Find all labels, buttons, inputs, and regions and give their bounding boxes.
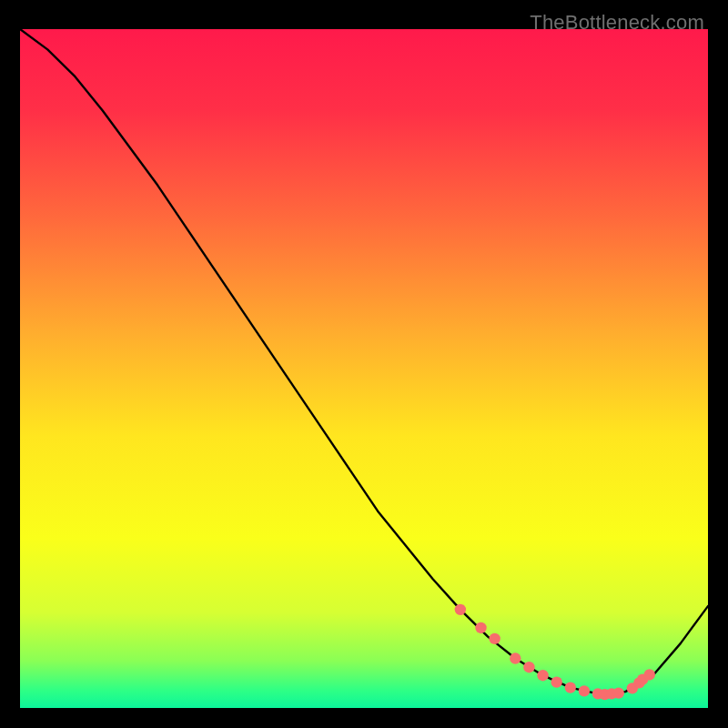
data-point bbox=[565, 682, 576, 693]
data-point bbox=[613, 687, 624, 698]
data-point bbox=[644, 669, 655, 680]
data-point bbox=[455, 604, 466, 615]
data-point bbox=[551, 676, 561, 687]
data-point bbox=[537, 670, 548, 681]
chart-frame: TheBottleneck.com bbox=[11, 11, 717, 717]
data-point bbox=[489, 633, 500, 644]
chart-plot bbox=[20, 29, 708, 708]
data-point bbox=[510, 652, 521, 663]
chart-svg bbox=[20, 29, 708, 708]
data-point bbox=[475, 622, 486, 633]
data-point bbox=[579, 685, 590, 696]
gradient-background bbox=[20, 29, 708, 708]
data-point bbox=[523, 662, 534, 672]
